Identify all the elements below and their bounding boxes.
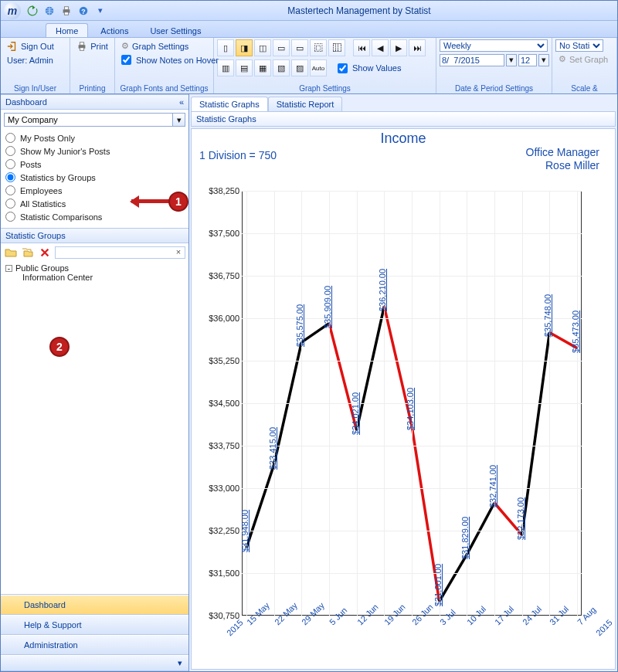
ribbon-group-printing: Print Printing bbox=[70, 38, 115, 93]
layout-auto[interactable]: Auto bbox=[310, 59, 327, 76]
sidebar-nav: Dashboard Help & Support Administration … bbox=[1, 594, 188, 671]
nav-admin[interactable]: Administration bbox=[1, 635, 188, 655]
main-panel: Statistic Graphs Statistic Report Statis… bbox=[189, 94, 617, 671]
tab-statistic-graphs[interactable]: Statistic Graphs bbox=[191, 97, 268, 111]
period-count-input[interactable] bbox=[518, 54, 537, 66]
date-input[interactable] bbox=[440, 54, 504, 66]
option-my-posts[interactable]: My Posts Only bbox=[5, 131, 184, 144]
show-notes-checkbox[interactable]: Show Notes on Hover bbox=[118, 53, 222, 66]
nav-more-icon[interactable]: ▾ bbox=[1, 655, 188, 671]
breadcrumb: Statistic Graphs bbox=[191, 111, 616, 127]
nav-last-icon[interactable]: ⏭ bbox=[409, 39, 426, 56]
annotation-badge-2: 2 bbox=[49, 337, 70, 357]
nav-first-icon[interactable]: ⏮ bbox=[353, 39, 370, 56]
company-combo[interactable]: ▾ bbox=[4, 113, 185, 127]
ribbon-group-graph-fonts: ⚙Graph Settings Show Notes on Hover Grap… bbox=[115, 38, 214, 93]
data-label: $35,909.00 bbox=[323, 286, 332, 328]
ribbon-tab-home[interactable]: Home bbox=[46, 23, 88, 37]
collapse-minus-icon[interactable]: - bbox=[5, 265, 12, 272]
collapse-icon[interactable]: « bbox=[179, 97, 184, 107]
sign-out-button[interactable]: Sign Out bbox=[4, 39, 57, 53]
layout-4[interactable]: ▧ bbox=[273, 59, 290, 76]
graph-mode-3[interactable]: ◫ bbox=[254, 39, 271, 56]
show-values-checkbox[interactable]: Show Values bbox=[334, 59, 404, 76]
nav-prev-icon[interactable]: ◀ bbox=[372, 39, 389, 56]
y-tick: $37,500 bbox=[192, 229, 239, 238]
graph-mode-4[interactable]: ▭ bbox=[273, 39, 290, 56]
y-tick: $30,750 bbox=[192, 611, 239, 620]
nav-next-icon[interactable]: ▶ bbox=[390, 39, 407, 56]
graph-settings-button[interactable]: ⚙Graph Settings bbox=[118, 39, 192, 53]
data-label: $34,103.00 bbox=[406, 388, 415, 430]
y-tick: $34,500 bbox=[192, 399, 239, 408]
delete-icon[interactable] bbox=[38, 246, 52, 260]
chevron-down-icon[interactable]: ▾ bbox=[173, 113, 185, 127]
option-posts[interactable]: Posts bbox=[5, 158, 184, 171]
refresh-icon[interactable] bbox=[25, 4, 39, 18]
tab-statistic-report[interactable]: Statistic Report bbox=[268, 97, 343, 111]
data-label: $31,001.00 bbox=[433, 564, 443, 606]
data-label: $31,829.00 bbox=[460, 517, 470, 559]
help-icon[interactable]: ? bbox=[76, 4, 90, 18]
search-input[interactable] bbox=[56, 247, 172, 258]
svg-rect-3 bbox=[64, 12, 68, 15]
graph-mode-1[interactable]: ▯ bbox=[217, 39, 234, 56]
svg-rect-2 bbox=[64, 6, 68, 9]
option-stat-comparisons[interactable]: Statistic Comparisons bbox=[5, 210, 184, 223]
company-input[interactable] bbox=[4, 113, 173, 127]
graph-mode-5[interactable]: ▭ bbox=[291, 39, 308, 56]
set-graph-button[interactable]: ⚙Set Graph bbox=[555, 53, 611, 66]
nav-dashboard[interactable]: Dashboard bbox=[1, 595, 188, 615]
option-employees[interactable]: Employees bbox=[5, 184, 184, 197]
statistic-select[interactable]: No Statistic S bbox=[555, 39, 603, 52]
layout-5[interactable]: ▨ bbox=[291, 59, 308, 76]
copy-folder-icon[interactable] bbox=[21, 246, 35, 260]
tree-node-information-center[interactable]: Information Center bbox=[5, 273, 184, 282]
svg-rect-8 bbox=[80, 48, 84, 51]
data-label: $32,741.00 bbox=[488, 465, 497, 507]
ribbon-tab-strip: Home Actions User Settings bbox=[1, 21, 617, 38]
qat-more-icon[interactable]: ▾ bbox=[93, 4, 107, 18]
y-tick: $33,000 bbox=[192, 484, 239, 493]
graph-mode-2[interactable]: ◨ bbox=[236, 39, 253, 56]
chart-container: Income 1 Division = 750 Office ManagerRo… bbox=[191, 128, 616, 670]
nav-help[interactable]: Help & Support bbox=[1, 615, 188, 635]
stat-groups-header: Statistic Groups bbox=[1, 228, 188, 243]
ribbon-tab-user-settings[interactable]: User Settings bbox=[141, 24, 210, 37]
ribbon-group-graph-settings-label: Graph Settings bbox=[217, 84, 433, 93]
y-tick: $36,750 bbox=[192, 271, 239, 280]
option-stats-by-groups[interactable]: Statistics by Groups bbox=[5, 171, 184, 184]
stat-groups-tree: -Public Groups Information Center bbox=[1, 262, 188, 283]
layout-1[interactable]: ▥ bbox=[217, 59, 234, 76]
graph-mode-6[interactable]: ⿴ bbox=[310, 39, 327, 56]
ribbon-tab-actions[interactable]: Actions bbox=[91, 24, 138, 37]
clear-icon[interactable]: × bbox=[172, 247, 185, 258]
svg-line-16 bbox=[440, 555, 467, 602]
svg-line-9 bbox=[246, 465, 274, 548]
stat-groups-search[interactable]: × bbox=[55, 246, 185, 259]
new-folder-icon[interactable] bbox=[4, 246, 18, 260]
layout-3[interactable]: ▦ bbox=[254, 59, 271, 76]
period-select[interactable]: Weekly bbox=[440, 39, 548, 52]
globe-icon[interactable] bbox=[42, 4, 56, 18]
ribbon-group-date-label: Date & Period Settings bbox=[440, 84, 548, 93]
count-spinner-icon[interactable]: ▾ bbox=[538, 54, 549, 66]
y-tick: $35,250 bbox=[192, 356, 239, 365]
chart-owner: Office ManagerRose Miller bbox=[526, 146, 599, 172]
option-junior-posts[interactable]: Show My Junior's Posts bbox=[5, 144, 184, 158]
graph-mode-7[interactable]: ⿲ bbox=[328, 39, 345, 56]
data-label: $35,473.00 bbox=[571, 311, 580, 353]
y-tick: $32,250 bbox=[192, 526, 239, 535]
print-button[interactable]: Print bbox=[73, 39, 111, 53]
chart-title: Income bbox=[192, 129, 615, 147]
ribbon-group-signin-label: Sign In/User bbox=[4, 84, 66, 93]
data-label: $35,748.00 bbox=[543, 294, 552, 337]
y-tick: $38,250 bbox=[192, 186, 239, 195]
layout-2[interactable]: ▤ bbox=[236, 59, 253, 76]
data-label: $35,575.00 bbox=[295, 304, 304, 347]
sidebar-header: Dashboard« bbox=[1, 94, 188, 110]
print-icon[interactable] bbox=[59, 4, 73, 18]
tree-node-public-groups[interactable]: -Public Groups bbox=[5, 263, 184, 273]
date-spinner-icon[interactable]: ▾ bbox=[506, 54, 517, 66]
annotation-arrow-1 bbox=[131, 199, 170, 203]
